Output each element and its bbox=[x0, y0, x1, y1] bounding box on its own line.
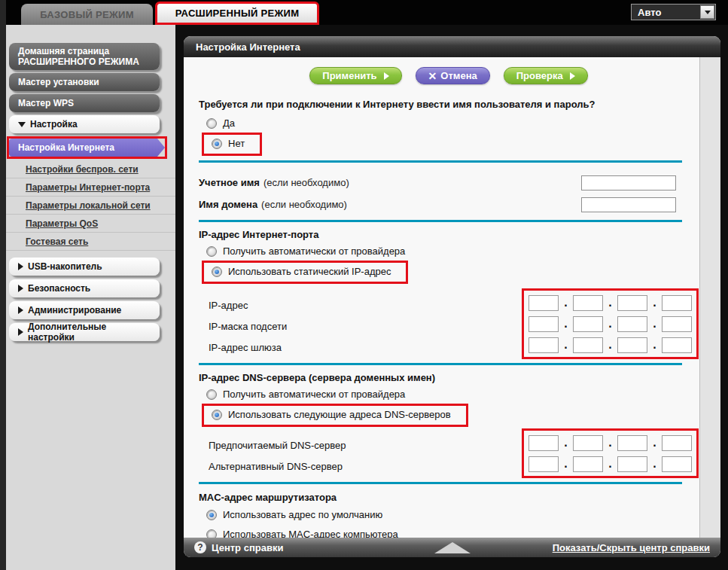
ip-octet-input[interactable] bbox=[573, 435, 603, 451]
domain-name-label: Имя домена bbox=[199, 199, 257, 210]
scrollbar[interactable] bbox=[699, 57, 720, 538]
ip-address-label: IP-адрес bbox=[209, 294, 522, 315]
dot-separator bbox=[603, 457, 617, 471]
ip-octet-input[interactable] bbox=[662, 456, 692, 472]
radio-icon[interactable] bbox=[206, 246, 217, 257]
option-label: Получить автоматически от провайдера bbox=[223, 245, 405, 257]
ip-octet-input[interactable] bbox=[617, 295, 647, 311]
radio-icon[interactable] bbox=[212, 410, 222, 420]
ip-octet-input[interactable] bbox=[617, 456, 647, 472]
ip-octet-input[interactable] bbox=[573, 316, 603, 332]
dropdown-button[interactable] bbox=[700, 5, 714, 19]
link-label[interactable]: Настройки беспров. сети bbox=[26, 164, 139, 175]
cancel-button[interactable]: Отмена bbox=[416, 67, 490, 84]
radio-icon[interactable] bbox=[212, 267, 222, 277]
help-footer: Центр справки Показать/Скрыть центр спра… bbox=[184, 538, 720, 557]
ip-octet-input[interactable] bbox=[662, 337, 692, 353]
sidebar-group-advanced-settings[interactable]: Дополнительные настройки bbox=[9, 323, 160, 341]
subnet-mask-inputs bbox=[528, 313, 692, 334]
dot-separator bbox=[559, 338, 573, 352]
ip-octet-input[interactable] bbox=[662, 435, 692, 451]
radio-option-yes[interactable]: Да bbox=[206, 117, 699, 130]
radio-option-wan-static[interactable]: Использовать статический IP-адрес bbox=[212, 265, 391, 278]
dot-separator bbox=[647, 317, 662, 331]
ip-octet-input[interactable] bbox=[573, 337, 603, 353]
sidebar-item-guest-network[interactable]: Гостевая сеть bbox=[6, 233, 175, 251]
sidebar-item-wireless-settings[interactable]: Настройки беспров. сети bbox=[6, 160, 175, 178]
secondary-dns-label: Альтернативный DNS-сервер bbox=[209, 456, 522, 477]
section-divider bbox=[199, 220, 682, 222]
sidebar-group-administration[interactable]: Администрирование bbox=[9, 301, 160, 319]
radio-option-dns-auto[interactable]: Получить автоматически от провайдера bbox=[206, 388, 699, 401]
primary-dns-label: Предпочитаемый DNS-сервер bbox=[209, 434, 522, 456]
tab-basic-mode[interactable]: БАЗОВЫЙ РЕЖИМ bbox=[21, 4, 153, 25]
question-circle-icon[interactable] bbox=[194, 541, 206, 553]
dot-separator bbox=[647, 436, 662, 450]
ip-octet-input[interactable] bbox=[617, 337, 647, 353]
ip-octet-input[interactable] bbox=[573, 456, 603, 472]
domain-name-input[interactable] bbox=[581, 197, 676, 212]
top-mode-bar: БАЗОВЫЙ РЕЖИМ РАСШИРЕННЫЙ РЕЖИМ Авто bbox=[0, 0, 728, 25]
radio-option-no[interactable]: Нет bbox=[212, 137, 245, 150]
sidebar-group-usb-storage[interactable]: USB-накопитель bbox=[9, 258, 160, 276]
ip-octet-input[interactable] bbox=[528, 295, 559, 311]
login-required-question: Требуется ли при подключении к Интернету… bbox=[199, 99, 699, 110]
ip-octet-input[interactable] bbox=[662, 295, 692, 311]
sidebar: Домашняя страница РАСШИРЕННОГО РЕЖИМА Ма… bbox=[6, 25, 175, 570]
radio-icon[interactable] bbox=[206, 118, 217, 129]
link-label[interactable]: Параметры локальной сети bbox=[26, 200, 151, 211]
sidebar-item-lan-params[interactable]: Параметры локальной сети bbox=[6, 197, 175, 215]
radio-icon[interactable] bbox=[206, 529, 217, 538]
apply-button[interactable]: Применить bbox=[309, 67, 401, 84]
sidebar-item-internet-port-params[interactable]: Параметры Интернет-порта bbox=[6, 178, 175, 197]
ip-octet-input[interactable] bbox=[528, 337, 559, 353]
triangle-right-icon bbox=[18, 285, 23, 292]
account-name-label: Учетное имя bbox=[199, 177, 260, 188]
sidebar-item-advanced-home[interactable]: Домашняя страница РАСШИРЕННОГО РЕЖИМА bbox=[9, 43, 160, 70]
sidebar-item-wps-wizard[interactable]: Мастер WPS bbox=[9, 94, 160, 112]
subnet-mask-label: IP-маска подсети bbox=[209, 315, 522, 337]
option-label: Использовать MAC-адрес компьютера bbox=[223, 529, 398, 538]
account-name-input[interactable] bbox=[581, 175, 676, 191]
ip-octet-input[interactable] bbox=[573, 295, 603, 311]
triangle-up-icon[interactable] bbox=[434, 542, 471, 553]
radio-icon[interactable] bbox=[212, 139, 222, 149]
radio-option-wan-auto[interactable]: Получить автоматически от провайдера bbox=[206, 245, 699, 258]
link-label[interactable]: Гостевая сеть bbox=[26, 236, 88, 247]
link-label[interactable]: Параметры Интернет-порта bbox=[26, 182, 150, 193]
annotation-box: Использовать статический IP-адрес bbox=[202, 261, 408, 284]
ip-octet-input[interactable] bbox=[528, 456, 559, 472]
router-admin-page: БАЗОВЫЙ РЕЖИМ РАСШИРЕННЫЙ РЕЖИМ Авто Дом… bbox=[0, 0, 728, 570]
group-label: Администрирование bbox=[28, 305, 121, 315]
setup-group-label: Настройка bbox=[30, 119, 78, 130]
sidebar-links: Настройки беспров. сети Параметры Интерн… bbox=[6, 160, 175, 251]
sidebar-item-qos-params[interactable]: Параметры QoS bbox=[6, 215, 175, 233]
ip-octet-input[interactable] bbox=[617, 316, 647, 332]
ip-octet-input[interactable] bbox=[662, 316, 692, 332]
toggle-help-link[interactable]: Показать/Скрыть центр справки bbox=[553, 542, 710, 553]
radio-option-dns-manual[interactable]: Использовать следующие адреса DNS-сервер… bbox=[212, 408, 451, 421]
mode-dropdown[interactable]: Авто bbox=[631, 4, 716, 20]
sidebar-group-security[interactable]: Безопасность bbox=[9, 279, 160, 297]
account-name-row: Учетное имя (если необходимо) bbox=[199, 175, 699, 191]
group-label: USB-накопитель bbox=[28, 261, 102, 272]
triangle-right-icon bbox=[18, 306, 23, 314]
ip-octet-input[interactable] bbox=[528, 435, 559, 451]
sidebar-item-internet-setup[interactable]: Настройка Интернета bbox=[9, 139, 165, 157]
tab-advanced-mode[interactable]: РАСШИРЕННЫЙ РЕЖИМ bbox=[155, 2, 319, 25]
sidebar-group-setup[interactable]: Настройка bbox=[9, 115, 160, 133]
option-label: Получить автоматически от провайдера bbox=[223, 389, 405, 400]
link-label[interactable]: Параметры QoS bbox=[26, 218, 98, 229]
gateway-inputs bbox=[528, 334, 692, 355]
test-button[interactable]: Проверка bbox=[504, 67, 588, 84]
ip-octet-input[interactable] bbox=[617, 435, 647, 451]
sidebar-item-setup-wizard[interactable]: Мастер установки bbox=[9, 73, 160, 91]
gateway-label: IP-адрес шлюза bbox=[209, 337, 522, 358]
radio-icon[interactable] bbox=[206, 389, 217, 400]
radio-icon[interactable] bbox=[206, 510, 217, 520]
radio-option-mac-computer[interactable]: Использовать MAC-адрес компьютера bbox=[206, 528, 699, 538]
ip-octet-input[interactable] bbox=[528, 316, 559, 332]
radio-option-mac-default[interactable]: Использовать адрес по умолчанию bbox=[206, 508, 699, 521]
internet-setup-panel: Настройка Интернета Применить Отмена Про… bbox=[184, 36, 720, 557]
dot-separator bbox=[603, 317, 617, 331]
